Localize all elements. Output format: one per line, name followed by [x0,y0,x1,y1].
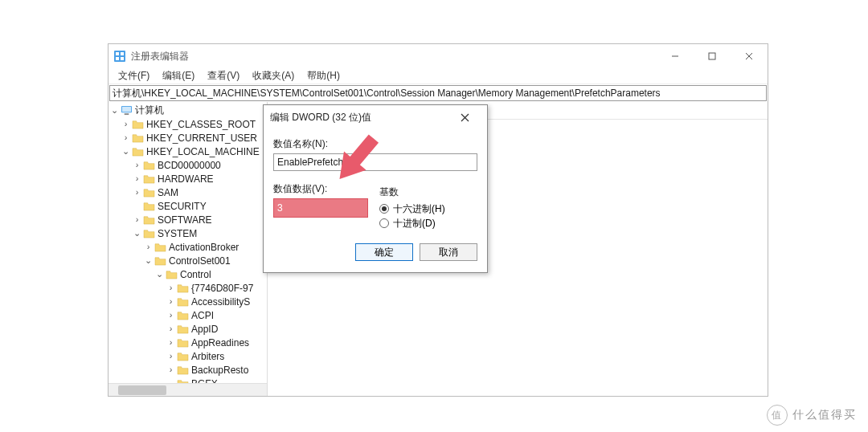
scrollbar-thumb[interactable] [118,385,166,395]
cancel-button[interactable]: 取消 [420,243,477,261]
expander-icon[interactable] [166,365,175,374]
titlebar-controls [657,44,768,68]
expander-icon[interactable] [166,324,175,333]
expander-icon[interactable] [110,106,119,115]
tree-label: HKEY_CLASSES_ROOT [146,119,256,130]
svg-rect-11 [125,113,129,115]
tree-node-activation[interactable]: ActivationBroker [110,240,267,254]
folder-icon [166,269,178,279]
tree-hscrollbar[interactable] [108,383,267,396]
svg-rect-3 [116,57,119,60]
maximize-button[interactable] [694,44,731,68]
regedit-icon [113,50,126,63]
folder-icon [154,242,166,252]
tree-label: HKEY_CURRENT_USER [146,132,257,144]
expander-icon[interactable] [166,311,175,320]
tree-node-controlset[interactable]: ControlSet001 [110,254,267,267]
value-name-label: 数值名称(N): [273,137,477,151]
folder-icon [177,310,189,320]
tree-node-backuprestore[interactable]: BackupResto [110,363,267,377]
address-bar[interactable]: 计算机\HKEY_LOCAL_MACHINE\SYSTEM\ControlSet… [109,85,767,101]
expander-icon[interactable] [144,256,153,265]
tree-label: BackupResto [191,365,248,376]
tree-label: {7746D80F-97 [191,283,253,294]
tree-label: AppID [191,324,218,335]
expander-icon[interactable] [133,161,141,169]
menu-favorites[interactable]: 收藏夹(A) [246,67,301,84]
expander-icon[interactable] [133,215,141,224]
expander-icon[interactable] [166,283,175,292]
expander-icon[interactable] [133,188,141,197]
tree-node-software[interactable]: SOFTWARE [110,213,267,226]
menu-view[interactable]: 查看(V) [201,67,246,84]
folder-icon [143,187,155,198]
menu-help[interactable]: 帮助(H) [301,67,346,84]
tree-label: SAM [158,187,178,198]
base-group-label: 基数 [379,185,477,199]
value-name-input[interactable] [273,153,477,171]
radio-hex[interactable]: 十六进制(H) [379,202,477,216]
tree-node-bcd[interactable]: BCD00000000 [110,158,267,172]
watermark-logo: 值 [767,405,788,426]
tree-node-sam[interactable]: SAM [110,185,267,199]
tree-node-hkcr[interactable]: HKEY_CLASSES_ROOT [110,117,267,131]
radio-label: 十六进制(H) [393,202,445,216]
edit-dword-dialog: 编辑 DWORD (32 位)值 数值名称(N): 数值数据(V): 基数 十六… [263,104,488,273]
tree-node-hkcu[interactable]: HKEY_CURRENT_USER [110,131,267,145]
expander-icon[interactable] [133,174,141,183]
folder-icon [177,351,189,361]
radio-icon [379,218,389,228]
close-button[interactable] [731,44,768,68]
tree-node-appid[interactable]: AppID [110,322,267,336]
tree-node-guid[interactable]: {7746D80F-97 [110,281,267,295]
tree-node-appreadiness[interactable]: AppReadines [110,336,267,349]
dialog-close-button[interactable] [448,106,481,128]
radio-label: 十进制(D) [393,217,436,230]
expander-icon[interactable] [166,297,175,306]
tree-node-computer[interactable]: 计算机 [110,104,267,117]
folder-icon [143,160,155,170]
tree-node-security[interactable]: SECURITY [110,199,267,213]
expander-icon[interactable] [166,352,175,361]
tree-label: Control [180,269,211,280]
expander-icon[interactable] [155,270,164,279]
registry-tree[interactable]: 计算机 HKEY_CLASSES_ROOT HKEY_CURRENT_USER … [108,102,267,396]
radio-icon [379,204,389,214]
tree-node-acpi[interactable]: ACPI [110,308,267,322]
tree-label: BCD00000000 [158,160,221,171]
tree-pane: 计算机 HKEY_CLASSES_ROOT HKEY_CURRENT_USER … [108,102,268,396]
tree-label: HARDWARE [158,173,214,185]
ok-button[interactable]: 确定 [355,243,413,261]
menu-edit[interactable]: 编辑(E) [156,67,201,84]
folder-icon [132,119,144,129]
expander-icon[interactable] [121,133,130,142]
tree-label: AccessibilityS [191,296,250,308]
watermark: 值 什么值得买 [767,405,857,426]
tree-label: HKEY_LOCAL_MACHINE [146,146,260,157]
expander-icon[interactable] [166,338,175,347]
folder-icon [177,296,189,307]
minimize-button[interactable] [657,44,694,68]
dialog-title: 编辑 DWORD (32 位)值 [270,111,371,124]
svg-rect-1 [116,52,119,55]
folder-icon [132,146,144,157]
tree-node-hardware[interactable]: HARDWARE [110,172,267,185]
watermark-text: 什么值得买 [792,408,857,422]
tree-node-control[interactable]: Control [110,267,267,281]
tree-label: SECURITY [158,201,207,212]
value-data-input[interactable] [273,198,368,218]
window-title: 注册表编辑器 [131,50,189,63]
tree-label: ActivationBroker [169,242,239,253]
tree-node-arbiters[interactable]: Arbiters [110,349,267,363]
folder-icon [143,201,155,211]
expander-icon[interactable] [121,120,130,128]
tree-node-system[interactable]: SYSTEM [110,226,267,240]
expander-icon[interactable] [121,147,130,156]
tree-node-hklm[interactable]: HKEY_LOCAL_MACHINE [110,145,267,158]
menu-file[interactable]: 文件(F) [112,67,156,84]
tree-label: ControlSet001 [169,255,231,267]
expander-icon[interactable] [133,229,141,238]
radio-dec[interactable]: 十进制(D) [379,216,477,230]
expander-icon[interactable] [144,242,153,251]
tree-node-accessibility[interactable]: AccessibilityS [110,295,267,308]
